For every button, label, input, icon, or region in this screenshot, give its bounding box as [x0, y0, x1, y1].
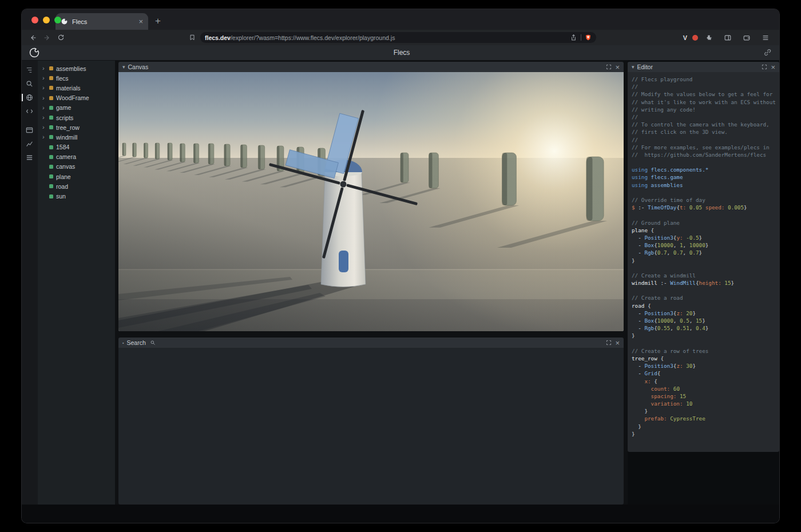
- zoom-window-button[interactable]: [54, 17, 61, 23]
- browser-window: Flecs × + flecs.dev/explorer/?wasm=https…: [22, 9, 779, 523]
- panel-bullet-icon[interactable]: ▪: [122, 341, 124, 345]
- collapse-caret-icon[interactable]: ▾: [122, 64, 125, 70]
- expand-chevron-icon[interactable]: ›: [42, 134, 46, 140]
- code-button[interactable]: [25, 107, 34, 116]
- window-icon: [25, 126, 34, 134]
- new-tab-button[interactable]: +: [150, 14, 165, 29]
- extension-v-badge[interactable]: V: [683, 34, 687, 41]
- fullscreen-icon[interactable]: [761, 63, 768, 70]
- expand-chevron-icon[interactable]: ›: [42, 75, 46, 81]
- entity-color-swatch: [49, 66, 53, 70]
- divider: [581, 34, 581, 41]
- menu-hamburger-icon[interactable]: [760, 32, 771, 43]
- stats-button[interactable]: [25, 140, 34, 149]
- tree-item[interactable]: › plane: [38, 172, 115, 181]
- close-icon[interactable]: ×: [771, 63, 775, 71]
- url-text: flecs.dev/explorer/?wasm=https://www.fle…: [205, 34, 566, 41]
- search-button[interactable]: [25, 80, 34, 89]
- search-panel: ▪ Search ×: [118, 338, 624, 505]
- expand-chevron-icon[interactable]: ›: [42, 95, 46, 101]
- entity-color-swatch: [49, 116, 53, 120]
- url-host: flecs.dev: [205, 34, 231, 41]
- world-button[interactable]: [25, 93, 34, 102]
- entity-color-swatch: [49, 106, 53, 110]
- tree-item[interactable]: › road: [38, 181, 115, 191]
- canvas-panel-title: Canvas: [128, 63, 149, 70]
- entity-color-swatch: [49, 86, 53, 90]
- entity-color-swatch: [49, 184, 53, 188]
- entity-color-swatch: [49, 165, 53, 169]
- canvas-3d-view[interactable]: [118, 72, 624, 331]
- wallet-icon[interactable]: [741, 32, 752, 43]
- minimize-window-button[interactable]: [43, 17, 50, 23]
- brave-shield-icon[interactable]: [585, 34, 592, 41]
- entity-color-swatch: [49, 194, 53, 198]
- window-controls: [31, 17, 61, 23]
- back-button[interactable]: [27, 32, 39, 43]
- entity-tree-panel: › assemblies › flecs › materials: [38, 61, 115, 505]
- tree-item-label: canvas: [56, 163, 75, 170]
- extensions-puzzle-icon[interactable]: [703, 32, 715, 43]
- close-icon[interactable]: ×: [615, 339, 620, 347]
- tree-item[interactable]: › windmill: [38, 132, 115, 142]
- expand-chevron-icon[interactable]: ›: [42, 85, 46, 91]
- fullscreen-icon[interactable]: [605, 339, 612, 346]
- bookmark-sidepanel-icon[interactable]: [187, 32, 198, 43]
- app-body: › assemblies › flecs › materials: [22, 61, 779, 505]
- tree-item[interactable]: › 1584: [38, 142, 115, 152]
- tab-strip: Flecs × +: [22, 9, 779, 30]
- tree-item-label: plane: [56, 173, 71, 180]
- expand-chevron-icon[interactable]: ›: [42, 114, 46, 121]
- tree-item-label: materials: [56, 85, 81, 92]
- expand-chevron-icon[interactable]: ›: [42, 105, 46, 111]
- tables-button[interactable]: [25, 153, 34, 162]
- tree-item[interactable]: › flecs: [38, 73, 115, 83]
- fullscreen-icon[interactable]: [605, 63, 612, 70]
- collapse-caret-icon[interactable]: ▾: [632, 64, 635, 70]
- page-title: Flecs: [40, 49, 763, 57]
- tree-item[interactable]: › camera: [38, 152, 115, 162]
- center-column: ▾ Canvas ×: [115, 61, 628, 505]
- entity-color-swatch: [49, 155, 53, 159]
- windmill-scene: [118, 72, 624, 331]
- tree-item-label: sun: [56, 193, 66, 200]
- globe-icon: [25, 93, 34, 102]
- extension-red-dot-icon[interactable]: [692, 35, 698, 41]
- tab-title: Flecs: [72, 18, 134, 25]
- code-editor[interactable]: // Flecs playground//// Modify the value…: [628, 72, 779, 452]
- tree-item[interactable]: › canvas: [38, 162, 115, 172]
- tree-item-label: road: [56, 183, 68, 190]
- tree-item-label: 1584: [56, 144, 69, 150]
- share-link-icon[interactable]: [763, 48, 772, 57]
- search-magnifier-icon: [150, 340, 156, 346]
- tree-item[interactable]: › tree_row: [38, 122, 115, 132]
- forward-button[interactable]: [41, 32, 53, 43]
- tree-item[interactable]: › assemblies: [38, 63, 115, 73]
- tree-item[interactable]: › game: [38, 103, 115, 113]
- address-bar[interactable]: flecs.dev/explorer/?wasm=https://www.fle…: [200, 32, 596, 43]
- app-bottom-strip: [22, 505, 779, 523]
- close-icon[interactable]: ×: [615, 63, 620, 71]
- tab-favicon-flecs-logo: [61, 18, 68, 25]
- canvas-view-button[interactable]: [25, 126, 34, 135]
- tree-item[interactable]: › WoodFrame: [38, 93, 115, 103]
- expand-chevron-icon[interactable]: ›: [42, 65, 46, 72]
- share-icon[interactable]: [570, 34, 577, 41]
- sidebar-toggle-icon[interactable]: [722, 32, 733, 43]
- tree-item-label: tree_row: [56, 124, 80, 131]
- close-window-button[interactable]: [31, 17, 38, 23]
- search-results-area[interactable]: [118, 348, 624, 505]
- entities-tree-button[interactable]: [25, 66, 34, 75]
- editor-panel: ▾ Editor × // Flecs playground//// Modif…: [628, 62, 779, 452]
- tree-item[interactable]: › sun: [38, 191, 115, 201]
- entity-color-swatch: [49, 145, 53, 149]
- browser-toolbar: flecs.dev/explorer/?wasm=https://www.fle…: [22, 30, 779, 45]
- flecs-logo-icon[interactable]: [29, 47, 40, 58]
- rows-icon: [25, 153, 34, 162]
- tree-item[interactable]: › materials: [38, 83, 115, 93]
- tree-item[interactable]: › scripts: [38, 113, 115, 122]
- reload-button[interactable]: [55, 32, 66, 43]
- expand-chevron-icon[interactable]: ›: [42, 124, 46, 130]
- browser-tab[interactable]: Flecs ×: [55, 13, 148, 30]
- tab-close-icon[interactable]: ×: [138, 18, 143, 25]
